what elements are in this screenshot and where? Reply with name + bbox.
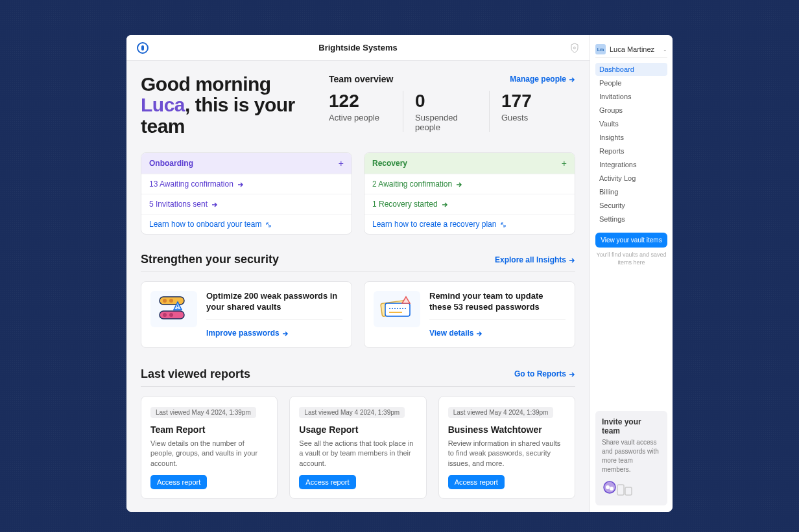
timestamp-chip: Last viewed May 4 2024, 1:39pm — [150, 407, 256, 418]
greeting: Good morning Luca, this is your team — [141, 74, 303, 137]
stat-active-people: 122 Active people — [329, 91, 403, 132]
invite-team-icon — [602, 480, 634, 499]
org-name: Brightside Systems — [318, 43, 397, 52]
overview-title: Team overview — [329, 74, 393, 84]
arrow-right-icon — [476, 330, 483, 336]
user-name: Luca Martinez — [610, 45, 654, 53]
weak-password-icon — [150, 291, 197, 327]
plus-icon[interactable]: + — [562, 158, 567, 168]
access-report-button[interactable]: Access report — [150, 475, 207, 489]
invite-title: Invite your team — [602, 417, 661, 435]
chevron-down-icon: ⌄ — [663, 47, 667, 52]
arrow-right-icon — [282, 330, 289, 336]
improve-passwords-link[interactable]: Improve passwords — [206, 329, 289, 338]
onboarding-panel: Onboarding + 13 Awaiting confirmation 5 … — [141, 152, 352, 235]
greeting-name: Luca — [141, 94, 185, 115]
arrow-right-icon — [569, 76, 575, 82]
svg-point-8 — [177, 308, 178, 309]
vault-hint: You'll find vaults and saved items here — [595, 251, 667, 266]
svg-rect-16 — [617, 485, 624, 495]
external-link-icon — [500, 221, 507, 227]
onboarding-item[interactable]: 13 Awaiting confirmation — [141, 174, 352, 194]
invite-description: Share vault access and passwords with mo… — [602, 438, 661, 474]
report-card: Last viewed May 4 2024, 1:39pm Team Repo… — [141, 396, 278, 499]
report-title: Usage Report — [299, 424, 416, 435]
sidebar: Lm Luca Martinez ⌄ Dashboard People Invi… — [590, 35, 673, 512]
arrow-right-icon — [569, 371, 575, 377]
sidebar-item-billing[interactable]: Billing — [595, 185, 667, 198]
external-link-icon — [265, 221, 272, 227]
onboard-learn-link[interactable]: Learn how to onboard your team — [141, 214, 352, 234]
sidebar-item-security[interactable]: Security — [595, 199, 667, 212]
reused-password-icon — [374, 291, 420, 327]
insight-card: Remind your team to update these 53 reus… — [364, 281, 575, 348]
sidebar-item-dashboard[interactable]: Dashboard — [595, 63, 667, 76]
svg-text:0: 0 — [573, 46, 576, 50]
security-title: Strengthen your security — [141, 253, 279, 266]
insight-card: Optimize 200 weak passwords in your shar… — [141, 281, 352, 348]
sidebar-item-integrations[interactable]: Integrations — [595, 158, 667, 171]
arrow-right-icon — [237, 181, 244, 187]
svg-point-6 — [169, 313, 173, 317]
arrow-right-icon — [211, 201, 218, 207]
access-report-button[interactable]: Access report — [299, 475, 355, 489]
svg-point-2 — [163, 299, 167, 303]
go-to-reports-link[interactable]: Go to Reports — [514, 369, 575, 378]
report-card: Last viewed May 4 2024, 1:39pm Usage Rep… — [289, 396, 426, 499]
reports-title: Last viewed reports — [141, 367, 250, 381]
arrow-right-icon — [442, 201, 448, 207]
svg-point-3 — [169, 299, 173, 303]
recovery-item[interactable]: 2 Awaiting confirmation — [364, 174, 575, 194]
top-bar: Brightside Systems 0 — [126, 35, 590, 61]
onboarding-title: Onboarding — [149, 159, 193, 168]
team-overview: Team overview Manage people 122 Active p… — [329, 74, 575, 137]
arrow-right-icon — [456, 181, 462, 187]
user-menu[interactable]: Lm Luca Martinez ⌄ — [595, 41, 667, 58]
report-title: Team Report — [150, 424, 268, 435]
svg-point-5 — [163, 313, 167, 317]
svg-point-14 — [606, 485, 610, 489]
report-description: Review information in shared vaults to f… — [448, 439, 566, 468]
arrow-right-icon — [569, 257, 575, 263]
greeting-prefix: Good morning — [141, 73, 271, 95]
app-logo-icon — [137, 42, 149, 54]
sidebar-item-invitations[interactable]: Invitations — [595, 90, 667, 103]
sidebar-item-people[interactable]: People — [595, 76, 667, 89]
report-title: Business Watchtower — [448, 424, 566, 435]
sidebar-item-reports[interactable]: Reports — [595, 145, 667, 157]
view-details-link[interactable]: View details — [429, 329, 483, 338]
onboarding-item[interactable]: 5 Invitations sent — [141, 194, 352, 214]
sidebar-item-settings[interactable]: Settings — [595, 213, 667, 226]
recovery-title: Recovery — [372, 159, 407, 168]
access-report-button[interactable]: Access report — [448, 475, 505, 489]
avatar: Lm — [595, 44, 606, 54]
insight-title: Optimize 200 weak passwords in your shar… — [206, 291, 342, 320]
svg-rect-17 — [625, 487, 632, 495]
plus-icon[interactable]: + — [339, 158, 344, 168]
timestamp-chip: Last viewed May 4 2024, 1:39pm — [448, 407, 554, 418]
report-card: Last viewed May 4 2024, 1:39pm Business … — [438, 396, 575, 499]
sidebar-item-activity-log[interactable]: Activity Log — [595, 172, 667, 185]
svg-point-15 — [610, 487, 614, 491]
stat-guests: 177 Guests — [489, 91, 575, 132]
report-description: See all the actions that took place in a… — [299, 439, 416, 468]
insight-title: Remind your team to update these 53 reus… — [429, 291, 566, 320]
report-description: View details on the number of people, gr… — [150, 439, 268, 468]
svg-rect-10 — [385, 303, 410, 316]
stat-suspended-people: 0 Suspended people — [403, 91, 489, 132]
invite-team-box: Invite your team Share vault access and … — [595, 411, 667, 505]
sidebar-item-groups[interactable]: Groups — [595, 104, 667, 117]
recovery-panel: Recovery + 2 Awaiting confirmation 1 Rec… — [364, 152, 575, 235]
sidebar-item-insights[interactable]: Insights — [595, 131, 667, 144]
sidebar-item-vaults[interactable]: Vaults — [595, 117, 667, 130]
view-vault-button[interactable]: View your vault items — [595, 233, 667, 248]
manage-people-link[interactable]: Manage people — [510, 75, 575, 84]
explore-insights-link[interactable]: Explore all Insights — [495, 255, 575, 264]
recovery-learn-link[interactable]: Learn how to create a recovery plan — [364, 214, 575, 234]
recovery-item[interactable]: 1 Recovery started — [364, 194, 575, 214]
notification-icon[interactable]: 0 — [570, 43, 579, 53]
timestamp-chip: Last viewed May 4 2024, 1:39pm — [299, 407, 405, 418]
